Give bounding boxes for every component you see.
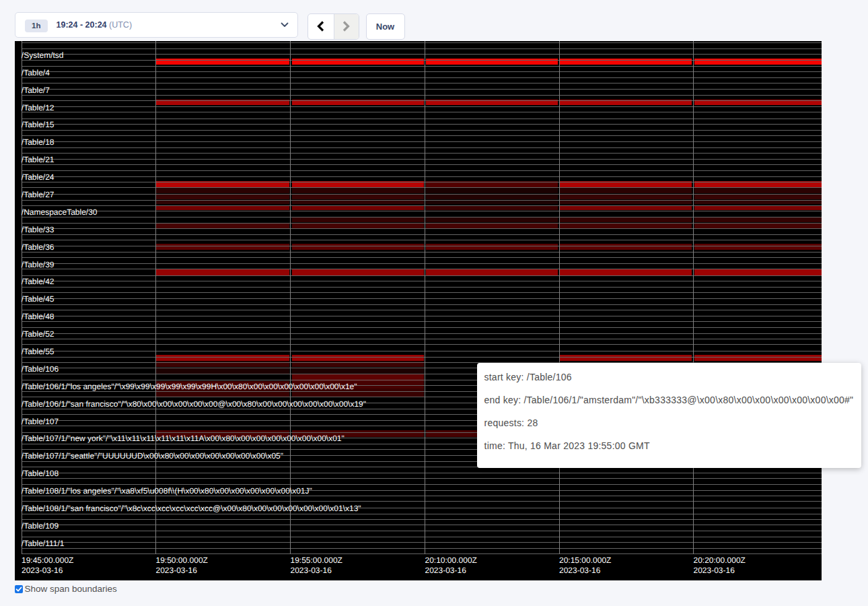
svg-text:2023-03-16: 2023-03-16 [291,566,332,575]
svg-text:/Table/21: /Table/21 [22,155,55,164]
svg-text:/Table/45: /Table/45 [22,294,55,304]
svg-text:19:55:00.000Z: 19:55:00.000Z [291,556,342,565]
svg-text:20:20:00.000Z: 20:20:00.000Z [694,556,746,565]
svg-text:2023-03-16: 2023-03-16 [425,566,467,575]
svg-text:/Table/4: /Table/4 [22,68,50,77]
svg-text:/NamespaceTable/30: /NamespaceTable/30 [22,207,98,217]
svg-text:/System/tsd: /System/tsd [22,50,64,60]
svg-text:/Table/27: /Table/27 [22,190,55,199]
svg-text:20:15:00.000Z: 20:15:00.000Z [559,556,611,565]
svg-text:/Table/36: /Table/36 [22,242,55,252]
svg-text:/Table/18: /Table/18 [22,137,55,147]
svg-text:/Table/55: /Table/55 [22,347,55,356]
svg-text:/Table/106/1/"san francisco"/": /Table/106/1/"san francisco"/"\x80\x00\x… [22,399,366,409]
svg-text:/Table/12: /Table/12 [22,103,55,112]
svg-text:/Table/106/1/"los angeles"/"\x: /Table/106/1/"los angeles"/"\x99\x99\x99… [22,382,357,391]
svg-text:/Table/107/1/"seattle"/"UUUUUU: /Table/107/1/"seattle"/"UUUUUUD\x00\x80\… [22,451,283,461]
svg-text:19:45:00.000Z: 19:45:00.000Z [22,556,73,565]
svg-text:/Table/108/1/"los angeles"/"\x: /Table/108/1/"los angeles"/"\xa8\xf5\u00… [22,486,312,496]
svg-text:2023-03-16: 2023-03-16 [22,566,63,575]
svg-text:2023-03-16: 2023-03-16 [156,566,198,575]
svg-text:/Table/106: /Table/106 [22,364,59,374]
svg-text:/Table/15: /Table/15 [22,120,55,129]
svg-text:/Table/39: /Table/39 [22,260,55,269]
svg-text:/Table/48: /Table/48 [22,312,55,321]
svg-text:/Table/109: /Table/109 [22,521,59,531]
svg-text:2023-03-16: 2023-03-16 [694,566,735,575]
svg-text:/Table/107: /Table/107 [22,417,59,426]
svg-text:/Table/107/1/"new york"/"\x11\: /Table/107/1/"new york"/"\x11\x11\x11\x1… [22,434,345,443]
svg-text:19:50:00.000Z: 19:50:00.000Z [156,556,208,565]
svg-text:/Table/42: /Table/42 [22,277,55,286]
svg-text:20:10:00.000Z: 20:10:00.000Z [425,556,477,565]
svg-text:/Table/108: /Table/108 [22,469,59,478]
svg-text:/Table/24: /Table/24 [22,172,55,182]
svg-text:/Table/7: /Table/7 [22,86,50,95]
svg-text:/Table/52: /Table/52 [22,329,55,339]
svg-text:/Table/33: /Table/33 [22,225,55,234]
svg-text:/Table/108/1/"san francisco"/": /Table/108/1/"san francisco"/"\x8c\xcc\x… [22,504,361,513]
svg-text:/Table/111/1: /Table/111/1 [22,539,65,548]
svg-text:2023-03-16: 2023-03-16 [559,566,601,575]
